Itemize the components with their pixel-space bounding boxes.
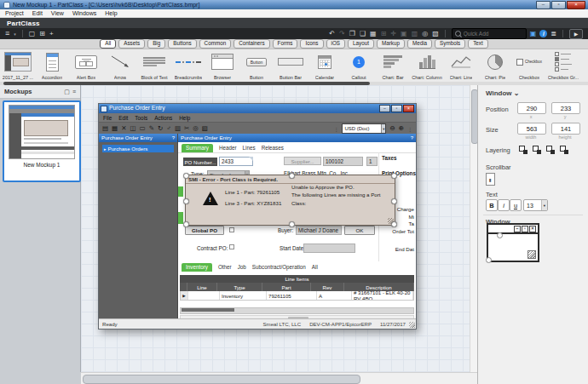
palette-item-arrow[interactable]: Arrow xyxy=(103,49,137,82)
category-tab[interactable]: Forms xyxy=(273,39,298,48)
menu-item[interactable]: Edit xyxy=(32,10,43,16)
mockup-thumbnail[interactable]: New Mockup 1 xyxy=(3,100,81,182)
global-po-button[interactable]: Global PO xyxy=(185,226,224,235)
chevron-down-icon[interactable]: ⌄ xyxy=(514,89,520,97)
category-tab[interactable]: All xyxy=(100,39,116,48)
underline-button[interactable]: u xyxy=(510,199,522,211)
summary-tab[interactable]: Header xyxy=(219,144,237,152)
global-po-checkbox[interactable] xyxy=(229,227,234,232)
selection-handle[interactable] xyxy=(391,198,397,204)
category-tab[interactable]: Markup xyxy=(377,39,405,48)
save-icon[interactable]: ▦ xyxy=(112,125,118,132)
palette-item-button-bar[interactable]: Button Bar xyxy=(274,49,308,82)
delete-icon[interactable]: ✕ xyxy=(121,125,126,132)
selection-handle[interactable] xyxy=(391,173,397,179)
grid-hscrollbar-thumb[interactable] xyxy=(182,308,234,312)
cell-description[interactable]: # 31667101 - ELK 40-20 RV 4BO xyxy=(352,291,413,300)
grid-view-icon[interactable]: ⊞ xyxy=(39,31,45,37)
palette-item-calendar[interactable]: Calendar xyxy=(308,49,342,82)
bold-button[interactable]: B xyxy=(486,199,498,211)
line-tab[interactable]: All xyxy=(312,263,318,272)
maximize-button[interactable]: ▫ xyxy=(551,1,566,9)
edit-icon[interactable]: ✎ xyxy=(149,125,154,132)
menu-item[interactable]: Project xyxy=(5,10,24,16)
undo-icon[interactable]: ↶ xyxy=(329,31,335,37)
mockup-menu-item[interactable]: Tools xyxy=(135,115,147,121)
grid-header-part[interactable]: Part xyxy=(262,283,311,291)
mockup-titlebar[interactable]: Purchase Order Entry – ▫ × xyxy=(99,104,416,113)
new-icon[interactable]: ▤ xyxy=(102,125,108,132)
selection-handle[interactable] xyxy=(183,173,189,179)
size-height-input[interactable] xyxy=(551,123,580,135)
tree-item-purchase-orders[interactable]: ▸ Purchase Orders xyxy=(102,145,174,152)
bring-to-front-icon[interactable] xyxy=(519,146,527,154)
transform-icon[interactable]: ✛ xyxy=(390,31,396,37)
mockup-window[interactable]: Purchase Order Entry – ▫ × FileEditTools… xyxy=(98,103,417,330)
category-tab[interactable]: Buttons xyxy=(168,39,196,48)
print-icon[interactable]: ▥ xyxy=(175,125,181,132)
cell-part[interactable]: 79261105 xyxy=(267,291,317,300)
single-view-icon[interactable]: ▢ xyxy=(29,31,36,37)
refresh-icon[interactable]: ↻ xyxy=(158,125,163,132)
palette-item-chart-pie[interactable]: Chart: Pie xyxy=(478,49,512,82)
quick-add-input[interactable] xyxy=(464,31,523,37)
grid-hscrollbar[interactable] xyxy=(180,307,414,314)
start-date-field[interactable] xyxy=(303,244,355,253)
grid-header-rev[interactable]: Rev xyxy=(311,283,344,291)
supplier-id-field[interactable]: 100102 xyxy=(323,157,363,166)
currency-selector[interactable]: USD (Doc) ▾ xyxy=(342,123,386,134)
delete-icon[interactable]: ▦ xyxy=(370,31,377,37)
main-menu-icon[interactable]: ≡ xyxy=(5,30,9,37)
thumbnail-view-icon[interactable]: ▢ xyxy=(64,89,70,95)
palette-item-screenshot[interactable]: 2017_11_27 ... xyxy=(1,49,35,82)
summary-tab[interactable]: Releases xyxy=(262,144,284,152)
selection-handle[interactable] xyxy=(183,221,189,227)
redo-icon[interactable]: ↷ xyxy=(339,31,345,37)
next-record-icon[interactable]: ⊕ xyxy=(399,125,404,132)
category-tab[interactable]: Layout xyxy=(348,39,374,48)
palette-item-checkbox[interactable]: Checkbox Checkbox xyxy=(512,49,546,82)
selection-handle[interactable] xyxy=(289,221,295,227)
italic-button[interactable]: i xyxy=(498,199,510,211)
size-width-input[interactable] xyxy=(517,123,546,135)
cell-type[interactable]: Inventory xyxy=(220,291,267,300)
add-mockup-icon[interactable]: + xyxy=(49,31,54,37)
people-icon[interactable]: ◫ xyxy=(130,125,135,132)
category-tab[interactable]: Big xyxy=(147,39,165,48)
link-icon[interactable]: ♂ xyxy=(166,125,171,132)
quick-add-box[interactable] xyxy=(452,28,527,39)
palette-item-chart-column[interactable]: Chart: Column xyxy=(410,49,444,82)
cut-icon[interactable]: ✂ xyxy=(184,125,189,132)
duplicate-icon[interactable]: ❏ xyxy=(360,31,366,37)
menu-item[interactable]: Windows xyxy=(72,10,96,16)
palette-item-callout[interactable]: 1 Callout xyxy=(342,49,376,82)
palette-item-button[interactable]: Button Button xyxy=(239,49,274,82)
cell-line[interactable] xyxy=(188,291,220,300)
po-number-input[interactable]: 2433 xyxy=(219,157,253,166)
mockup-menu-item[interactable]: Actions xyxy=(154,115,172,121)
os-titlebar[interactable]: New Mockup 1 - PartClass - [C:\Users\hvk… xyxy=(0,0,588,9)
palette-item-chart-bar[interactable]: Chart: Bar xyxy=(376,49,410,82)
trash-icon[interactable]: ▥ xyxy=(412,31,418,37)
canvas-hscrollbar[interactable] xyxy=(81,372,477,384)
lock-icon[interactable]: ▣ xyxy=(401,31,407,37)
selection-handle[interactable] xyxy=(391,221,397,227)
close-button[interactable]: × xyxy=(567,1,585,9)
mockup-menu-item[interactable]: Edit xyxy=(118,115,128,121)
position-y-input[interactable] xyxy=(551,102,580,114)
group-icon[interactable]: ⊞ xyxy=(381,31,387,37)
menu-item[interactable]: View xyxy=(51,10,64,16)
grid-header-description[interactable]: Description xyxy=(344,283,414,291)
po-number-button[interactable]: PO Number... xyxy=(183,158,217,166)
palette-item-checkbox-group[interactable]: Checkbox Gr... xyxy=(546,49,580,82)
present-icon[interactable]: ▶ xyxy=(569,29,583,39)
menu-item[interactable]: Help xyxy=(105,10,117,16)
buyer-field[interactable]: Michael J Doane xyxy=(296,226,342,235)
summary-tab[interactable]: Lines xyxy=(243,144,256,152)
grid-header-line[interactable]: Line xyxy=(187,283,217,291)
category-tab[interactable]: Text xyxy=(468,39,488,48)
line-tab[interactable]: Subcontract/Operation xyxy=(252,263,306,272)
palette-item-block-of-text[interactable]: Block of Text xyxy=(137,49,171,82)
palette-item-breadcrumbs[interactable]: Breadcrumbs xyxy=(171,49,205,82)
supplier-button[interactable]: Supplier... xyxy=(284,157,321,165)
